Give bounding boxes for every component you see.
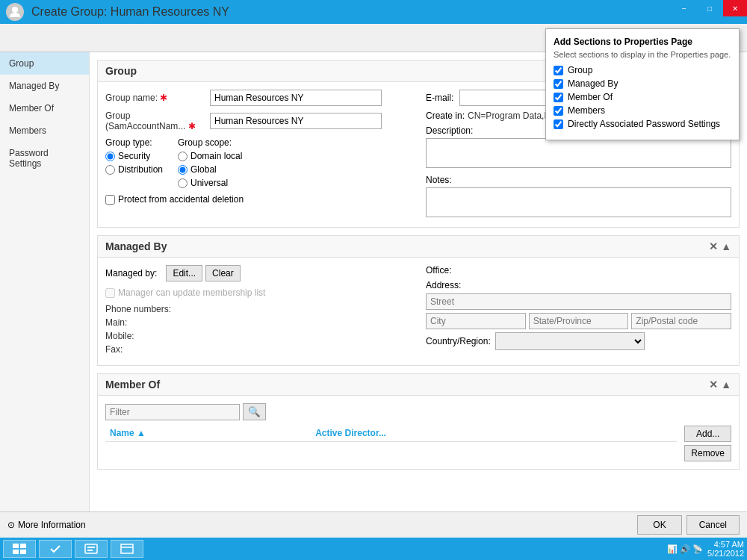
group-sam-label: Group (SamAccountNam... ✱ [105,111,210,131]
group-sam-row: Group (SamAccountNam... ✱ [105,111,411,131]
scope-global-radio[interactable] [178,165,187,175]
svg-rect-8 [121,544,133,553]
popup-title: Add Sections to Properties Page [554,37,731,47]
zip-input[interactable] [631,313,731,329]
more-info[interactable]: ⊙ More Information [7,520,86,530]
scope-global-option[interactable]: Global [178,164,242,175]
group-type-radios: Security Distribution [105,151,163,175]
street-input[interactable] [426,293,731,310]
popup-checkbox-password[interactable] [554,119,563,129]
type-security-radio[interactable] [105,152,115,161]
notes-textarea[interactable] [426,187,731,217]
country-select[interactable] [495,332,645,350]
svg-rect-2 [20,544,26,548]
popup-item-password: Directly Associated Password Settings [554,119,731,129]
city-input[interactable] [426,313,526,329]
mobile-label: Mobile: [105,331,150,341]
country-label: Country/Region: [426,336,491,346]
filter-input[interactable] [105,404,240,420]
add-button[interactable]: Add... [684,426,731,442]
member-of-left: 🔍 Name ▲ Active Director... [105,403,677,461]
state-input[interactable] [529,313,629,329]
popup-desc: Select sections to display in the Proper… [554,50,731,59]
sidebar-item-group[interactable]: Group [0,52,89,75]
taskbar-btn-3[interactable] [75,540,108,558]
more-info-label: More Information [18,520,86,530]
member-buttons: Add... Remove [684,403,731,461]
member-of-controls: ✕ ▲ [709,379,731,391]
status-bar: ⊙ More Information OK Cancel [0,511,747,538]
protect-row: Protect from accidental deletion [105,194,411,205]
managed-by-btn-row: Managed by: Edit... Clear [105,265,411,281]
managed-by-grid: Managed by: Edit... Clear Manager can up… [105,265,731,358]
title-bar: Create Group: Human Resources NY − □ ✕ [0,0,747,24]
ok-button[interactable]: OK [637,515,681,535]
group-scope-label: Group scope: [178,137,242,148]
search-icon: 🔍 [248,406,261,417]
taskbar-left [3,540,143,558]
window-controls: − □ ✕ [672,0,747,16]
member-of-body: 🔍 Name ▲ Active Director... [98,396,739,469]
managed-by-collapse-btn[interactable]: ▲ [721,240,731,252]
manager-update-checkbox[interactable] [105,288,115,298]
popup-checkbox-members[interactable] [554,106,563,116]
member-of-close-btn[interactable]: ✕ [709,379,718,391]
svg-rect-5 [85,544,97,553]
managed-by-label: Managed by: [105,268,157,279]
fax-label: Fax: [105,344,150,355]
managed-by-section: Managed By ✕ ▲ Managed by: Edit... Clear [97,235,740,366]
svg-rect-1 [13,544,19,548]
cancel-button[interactable]: Cancel [686,515,740,535]
col-name[interactable]: Name ▲ [105,425,311,442]
address-row-3 [426,313,731,329]
group-name-input[interactable] [210,90,382,106]
taskbar-btn-4[interactable] [111,540,143,558]
maximize-button[interactable]: □ [698,0,722,16]
scope-universal-option[interactable]: Universal [178,178,242,188]
managed-by-close-btn[interactable]: ✕ [709,240,718,252]
scope-domain-local-radio[interactable] [178,152,187,161]
svg-rect-6 [87,547,95,548]
sidebar-item-members[interactable]: Members [0,119,89,142]
type-distribution-radio[interactable] [105,165,115,175]
managed-left: Managed by: Edit... Clear Manager can up… [105,265,411,358]
svg-point-0 [12,7,18,13]
sidebar-item-member-of[interactable]: Member Of [0,97,89,119]
protect-checkbox[interactable] [105,195,115,205]
group-left-col: Group name: ✱ Group (SamAccountNam... ✱ [105,90,411,220]
taskbar-btn-2[interactable] [39,540,72,558]
manager-update-label: Manager can update membership list [118,287,265,298]
sidebar-item-password-settings[interactable]: Password Settings [0,142,89,175]
scope-domain-local-option[interactable]: Domain local [178,151,242,161]
scope-universal-radio[interactable] [178,178,187,188]
clear-button[interactable]: Clear [205,265,241,281]
popup-checkbox-managed-by[interactable] [554,79,563,89]
type-security-option[interactable]: Security [105,151,163,161]
address-label: Address: [426,280,731,290]
group-scope-col: Group scope: Domain local Global [178,137,242,188]
taskbar-icons: 📊 🔊 📡 [667,544,703,554]
office-label: Office: [426,265,451,276]
notes-label: Notes: [426,175,731,185]
remove-button[interactable]: Remove [684,445,731,461]
popup-checkbox-member-of[interactable] [554,93,563,102]
managed-by-body: Managed by: Edit... Clear Manager can up… [98,258,739,365]
minimize-button[interactable]: − [672,0,696,16]
type-distribution-option[interactable]: Distribution [105,164,163,175]
close-button[interactable]: ✕ [723,0,747,16]
group-sam-input[interactable] [210,113,382,129]
taskbar-btn-1[interactable] [3,540,36,558]
col-ad[interactable]: Active Director... [311,425,677,442]
edit-button[interactable]: Edit... [166,265,202,281]
description-textarea[interactable] [426,138,731,168]
member-of-collapse-btn[interactable]: ▲ [721,379,731,391]
email-input[interactable] [459,90,549,106]
popup-item-managed-by: Managed By [554,78,731,89]
group-name-label: Group name: ✱ [105,93,210,103]
phone-numbers-label: Phone numbers: [105,304,411,314]
filter-search-button[interactable]: 🔍 [243,403,266,420]
sidebar-item-managed-by[interactable]: Managed By [0,75,89,97]
main-label: Main: [105,317,150,328]
popup-checkbox-group[interactable] [554,66,563,75]
fax-phone-row: Fax: [105,344,411,355]
